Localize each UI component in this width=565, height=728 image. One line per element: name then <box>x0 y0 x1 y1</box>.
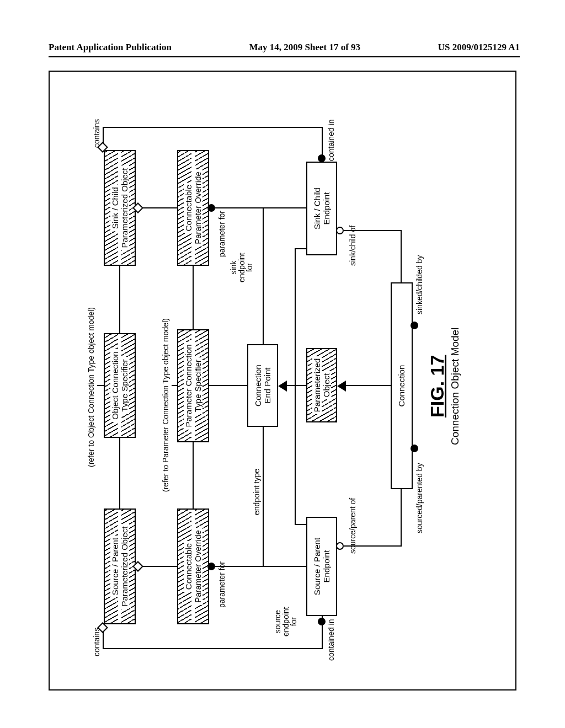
label-contained-in-left: contained in <box>327 619 335 661</box>
triangle-up-icon <box>338 381 345 391</box>
box-sink-child-endpoint: Sink / Child Endpoint <box>306 162 337 255</box>
box-parameterized-object: Parameterized Object <box>306 348 337 422</box>
figure-number: FIG. 17 <box>427 328 448 445</box>
box-sink-child-parameterized-object: Sink / Child Parameterized Object <box>104 150 136 266</box>
header-right: US 2009/0125129 A1 <box>438 42 520 53</box>
box-object-connection-type-specifier: Object Connection Type Specifier <box>104 333 136 438</box>
label-sink-child-of: sink/child of <box>349 226 357 266</box>
figure-title: Connection Object Model <box>449 328 461 445</box>
ref-param-conn-type: (refer to Parameter Connection Type obje… <box>162 318 170 492</box>
figure-frame: (refer to Object Connection Type object … <box>49 71 516 690</box>
label-contained-in-right: contained in <box>327 119 335 161</box>
label-parameter-for-left: parameter for <box>218 561 226 608</box>
hollow-circle-icon <box>336 542 344 550</box>
box-connectable-parameter-override-right: Connectable Parameter Override <box>177 150 209 266</box>
box-connection-end-point: Connection End Point <box>247 344 278 427</box>
figure-caption: FIG. 17 Connection Object Model <box>427 328 461 445</box>
header-left: Patent Application Publication <box>49 42 172 53</box>
triangle-up-icon <box>279 381 286 391</box>
box-parameter-connection-type-specifier: Parameter Connection Type Specifier <box>177 329 209 442</box>
header-center: May 14, 2009 Sheet 17 of 93 <box>249 42 361 53</box>
composition-dot-icon <box>318 618 326 625</box>
label-parameter-for-right: parameter for <box>218 211 226 257</box>
label-sinked-childed-by: sinked/childed by <box>415 255 424 314</box>
box-connection: Connection <box>391 282 413 489</box>
box-source-parent-endpoint: Source / Parent Endpoint <box>306 517 337 616</box>
label-endpoint-type: endpoint type <box>253 469 261 515</box>
diagram-canvas: (refer to Object Connection Type object … <box>50 72 515 689</box>
label-source-endpoint-for: source endpoint for <box>274 607 298 636</box>
composition-dot-icon <box>411 322 418 329</box>
composition-dot-icon <box>411 445 418 452</box>
label-sink-endpoint-for: sink endpoint for <box>230 253 254 282</box>
composition-dot-icon <box>207 204 215 212</box>
composition-dot-icon <box>318 154 326 162</box>
label-sourced-parented-by: sourced/parented by <box>415 463 424 533</box>
label-contains-right: contains <box>93 119 101 148</box>
label-source-parent-of: source/parent of <box>349 498 357 554</box>
page-header: Patent Application Publication May 14, 2… <box>49 42 520 57</box>
label-contains-left: contains <box>93 628 101 656</box>
box-source-parent-parameterized-object: Source / Parent Parameterized Object <box>104 508 136 624</box>
ref-obj-conn-type: (refer to Object Connection Type object … <box>87 307 95 467</box>
composition-dot-icon <box>207 563 215 570</box>
box-connectable-parameter-override-left: Connectable Parameter Override <box>177 508 209 624</box>
hollow-circle-icon <box>336 227 344 234</box>
